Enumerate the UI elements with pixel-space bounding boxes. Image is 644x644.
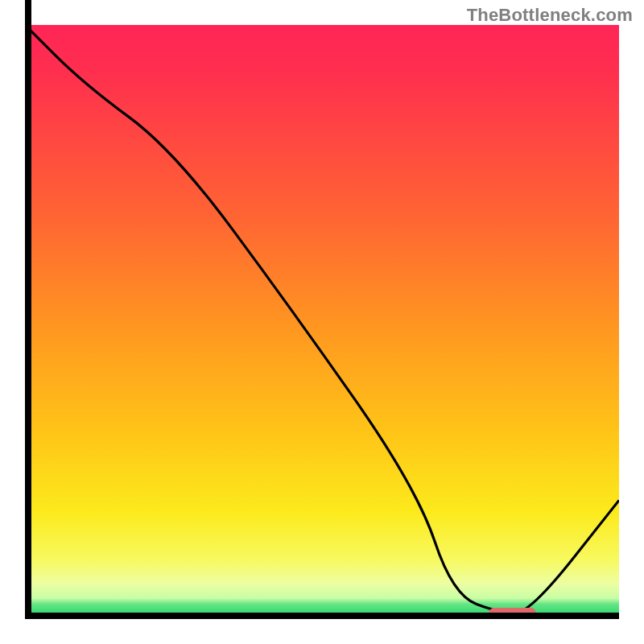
y-axis: [25, 0, 31, 619]
plot-area: [25, 25, 619, 619]
attribution-label: TheBottleneck.com: [467, 5, 633, 26]
heat-gradient: [25, 25, 619, 619]
chart-stage: TheBottleneck.com: [0, 0, 644, 644]
x-axis: [25, 613, 619, 619]
